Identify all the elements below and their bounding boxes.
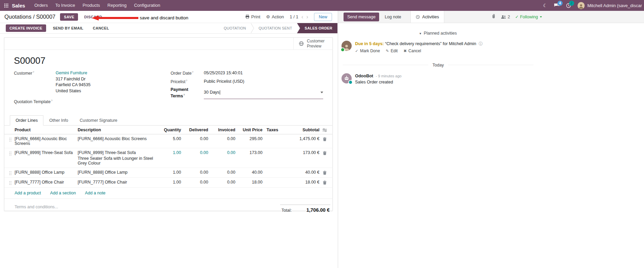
customer-preview-button[interactable]: Customer Preview: [293, 38, 332, 50]
column-options-icon[interactable]: [319, 128, 330, 132]
table-row[interactable]: [FURN_8888] Office Lamp [FURN_8888] Offi…: [4, 168, 332, 178]
table-row[interactable]: [FURN_6666] Acoustic Bloc Screens [FURN_…: [4, 134, 332, 148]
dark-mode-moon-icon[interactable]: ☾: [543, 3, 547, 8]
cell-unit-price[interactable]: 295.00: [235, 136, 262, 141]
drag-handle-icon[interactable]: [6, 150, 15, 156]
menu-to-invoice[interactable]: To Invoice: [52, 0, 79, 11]
send-message-button[interactable]: Send message: [344, 13, 379, 21]
drag-handle-icon[interactable]: [6, 136, 15, 142]
edit-activity-button[interactable]: ✎ Edit: [386, 49, 397, 53]
planned-activities-toggle[interactable]: ▾ Planned activities: [338, 31, 538, 36]
check-icon: ✓: [515, 14, 519, 19]
create-invoice-button[interactable]: CREATE INVOICE: [6, 24, 46, 32]
mark-done-button[interactable]: ✓ Mark Done: [355, 49, 380, 53]
cancel-activity-button[interactable]: ✖ Cancel: [404, 49, 421, 53]
cell-description[interactable]: [FURN_8999] Three-Seat Sofa Three Seater…: [78, 150, 160, 166]
drag-handle-icon[interactable]: [6, 170, 15, 175]
add-note-link[interactable]: Add a note: [85, 191, 105, 195]
new-button[interactable]: New: [314, 13, 332, 21]
control-actions: Print ⚙ Action 1 / 1 ‹ › New: [245, 13, 332, 21]
cell-invoiced[interactable]: 0.00: [208, 170, 235, 175]
chatter-icons: 2 ✓ Following: [491, 11, 542, 23]
log-note-button[interactable]: Log note: [381, 13, 405, 21]
drag-handle-icon[interactable]: [6, 180, 15, 185]
payment-terms-input[interactable]: 30 Days: [204, 87, 323, 99]
customer-preview-label: Customer Preview: [307, 39, 327, 49]
delete-row-icon[interactable]: [319, 136, 330, 141]
cell-product[interactable]: [FURN_6666] Acoustic Bloc Screens: [15, 136, 78, 146]
cell-invoiced[interactable]: 0.00: [208, 180, 235, 185]
table-row[interactable]: [FURN_7777] Office Chair [FURN_7777] Off…: [4, 178, 332, 188]
pager-next-icon[interactable]: ›: [306, 14, 308, 20]
dropdown-caret-icon[interactable]: [320, 92, 323, 93]
cell-invoiced[interactable]: 0.00: [208, 136, 235, 141]
planned-activities-title: Planned activities: [424, 31, 457, 36]
breadcrumb-quotations-link[interactable]: Quotations: [4, 14, 32, 20]
pager-previous-icon[interactable]: ‹: [301, 14, 304, 20]
cell-description[interactable]: [FURN_7777] Office Chair: [78, 180, 160, 185]
add-section-link[interactable]: Add a section: [50, 191, 76, 195]
tab-customer-signature[interactable]: Customer Signature: [74, 115, 123, 126]
cancel-button[interactable]: CANCEL: [90, 24, 112, 32]
apps-grid-icon[interactable]: [0, 3, 12, 8]
cell-quantity[interactable]: 5.00: [160, 136, 181, 141]
status-step-quotation-sent[interactable]: QUOTATION SENT: [251, 23, 297, 33]
header-invoiced: Invoiced: [208, 128, 235, 132]
cell-description[interactable]: [FURN_8888] Office Lamp: [78, 170, 160, 175]
status-step-sales-order[interactable]: SALES ORDER: [297, 23, 337, 33]
cell-quantity[interactable]: 1.00: [160, 180, 181, 185]
save-button[interactable]: SAVE: [60, 13, 78, 21]
help-marker: ?: [183, 93, 185, 96]
cell-invoiced[interactable]: 0.00: [208, 150, 235, 155]
print-button[interactable]: Print: [245, 14, 260, 19]
terms-placeholder[interactable]: Terms and conditions...: [15, 205, 58, 213]
add-product-link[interactable]: Add a product: [15, 191, 41, 195]
table-row[interactable]: [FURN_8999] Three-Seat Sofa [FURN_8999] …: [4, 148, 332, 168]
menu-products[interactable]: Products: [79, 0, 103, 11]
cell-delivered[interactable]: 0.00: [181, 170, 208, 175]
header-description: Description: [78, 128, 160, 132]
app-name[interactable]: Sales: [12, 3, 25, 8]
cell-quantity[interactable]: 1.00: [160, 150, 181, 155]
activity-clock-icon[interactable]: 2: [566, 3, 571, 8]
cell-unit-price[interactable]: 173.00: [235, 150, 262, 155]
cell-product[interactable]: [FURN_8999] Three-Seat Sofa: [15, 150, 78, 155]
help-marker: ?: [33, 71, 34, 74]
message-item: OdooBot - 9 minutes ago Sales Order crea…: [338, 68, 538, 84]
send-by-email-button[interactable]: SEND BY EMAIL: [50, 24, 86, 32]
delete-row-icon[interactable]: [319, 170, 330, 175]
cell-quantity[interactable]: 1.00: [160, 170, 181, 175]
cell-delivered[interactable]: 0.00: [181, 136, 208, 141]
edit-label: Edit: [391, 49, 398, 53]
cell-unit-price[interactable]: 18.00: [235, 180, 262, 185]
activities-tab[interactable]: Activities: [410, 11, 444, 23]
menu-configuration[interactable]: Configuration: [130, 0, 164, 11]
cell-delivered[interactable]: 0.00: [181, 180, 208, 185]
status-pipeline: QUOTATION QUOTATION SENT SALES ORDER: [216, 23, 337, 33]
messages-icon[interactable]: 4: [554, 3, 560, 8]
customer-link[interactable]: Gemini Furniture: [56, 71, 87, 75]
menu-reporting[interactable]: Reporting: [104, 0, 130, 11]
chatter-topbar: Send message Log note Activities 2: [338, 11, 644, 23]
tab-order-lines[interactable]: Order Lines: [10, 115, 43, 126]
info-icon[interactable]: ⓘ: [479, 41, 483, 46]
followers-button[interactable]: 2: [501, 15, 510, 19]
cell-product[interactable]: [FURN_7777] Office Chair: [15, 180, 78, 185]
delete-row-icon[interactable]: [319, 150, 330, 155]
order-date-value[interactable]: 05/25/2023 15:40:01: [204, 70, 243, 77]
status-step-quotation[interactable]: QUOTATION: [216, 23, 251, 33]
menu-orders[interactable]: Orders: [31, 0, 52, 11]
attachments-icon[interactable]: [491, 14, 496, 20]
cell-delivered[interactable]: 0.00: [181, 150, 208, 155]
user-menu[interactable]: Mitchell Admin (save_discar: [578, 2, 642, 9]
message-author[interactable]: OdooBot: [355, 74, 373, 78]
cell-product[interactable]: [FURN_8888] Office Lamp: [15, 170, 78, 175]
cell-description[interactable]: [FURN_6666] Acoustic Bloc Screens: [78, 136, 160, 141]
following-button[interactable]: ✓ Following: [515, 14, 542, 19]
action-button[interactable]: ⚙ Action: [266, 14, 284, 19]
help-marker: ?: [51, 99, 52, 102]
tab-other-info[interactable]: Other Info: [43, 115, 74, 126]
delete-row-icon[interactable]: [319, 180, 330, 185]
pricelist-value[interactable]: Public Pricelist (USD): [204, 79, 244, 85]
cell-unit-price[interactable]: 40.00: [235, 170, 262, 175]
